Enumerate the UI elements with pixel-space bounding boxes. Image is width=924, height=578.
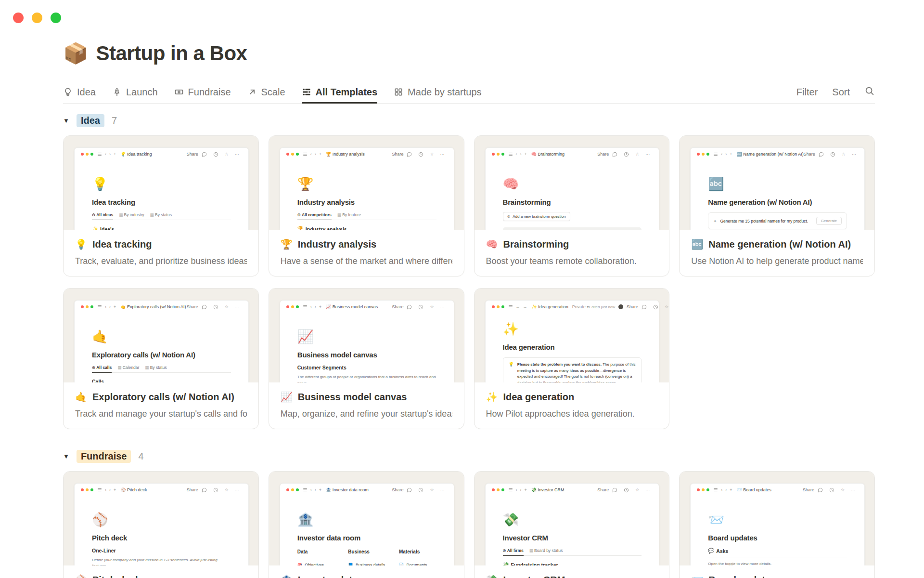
tab-made-by-startups[interactable]: Made by startups — [394, 81, 481, 103]
card-emoji-icon: ✨ — [486, 391, 498, 403]
template-preview-toolbar: ‹›+🏆 Industry analysisShare☆··· — [280, 148, 454, 160]
tab-scale[interactable]: Scale — [247, 81, 285, 103]
collapse-triangle-icon[interactable]: ▼ — [63, 453, 69, 460]
tab-idea[interactable]: Idea — [63, 81, 96, 103]
collapse-triangle-icon[interactable]: ▼ — [63, 117, 69, 124]
share-label: Share — [392, 304, 403, 309]
clock-icon — [213, 304, 218, 310]
card-grid: ‹›+⚾ Pitch deckShare☆···⚾Pitch deckOne-L… — [63, 471, 875, 578]
preview-page-icon: ⚾ — [92, 513, 231, 526]
card-emoji-icon: ⚾ — [75, 574, 87, 578]
search-icon[interactable] — [864, 86, 875, 99]
card-title: 🏦Investor data room — [281, 574, 452, 578]
card-title: 📨Board updates — [691, 574, 863, 578]
filter-button[interactable]: Filter — [796, 87, 818, 98]
template-preview-toolbar: ‹›+🔤 Name generation (w/ Notion AI)Share… — [691, 148, 864, 160]
nav-arrow-icon: ‹ — [105, 487, 106, 492]
card-footer: 🧠BrainstormingBoost your teams remote co… — [475, 230, 669, 266]
template-card-brainstorming[interactable]: ‹›+🧠 BrainstormingShare☆···🧠Brainstormin… — [474, 135, 670, 276]
menu-icon — [713, 152, 718, 157]
tab-fundraise[interactable]: Fundraise — [174, 81, 231, 103]
section-count: 7 — [112, 115, 117, 126]
menu-icon — [97, 304, 102, 309]
heading-icon: 💸 — [503, 562, 509, 565]
more-icon: ··· — [235, 304, 239, 309]
template-card-board-updates[interactable]: ‹›+📨 Board updatesShare☆···📨Board update… — [679, 471, 875, 578]
template-card-investor-crm[interactable]: ‹›+💸 Investor CRMShare☆···💸Investor CRMA… — [474, 471, 670, 578]
menu-icon — [97, 487, 102, 492]
preview-columns: Data🎯Objectives📉MetricsBusiness📘Business… — [297, 549, 436, 565]
card-title: 🔤Name generation (w/ Notion AI) — [691, 238, 863, 250]
template-preview-window: ‹›+🧠 BrainstormingShare☆···🧠Brainstormin… — [485, 147, 660, 230]
window-dots-icon — [286, 488, 299, 491]
card-footer: 🤙Exploratory calls (w/ Notion AI)Track a… — [64, 382, 258, 419]
nav-arrow-icon: + — [730, 152, 732, 157]
preview-breadcrumb: ⚾ Pitch deck — [120, 487, 147, 492]
preview-page-title: Exploratory calls (w/ Notion AI) — [92, 351, 231, 359]
minimize-window-button[interactable] — [32, 13, 42, 23]
template-sections: ▼Idea7‹›+💡 Idea trackingShare☆···💡Idea t… — [63, 113, 875, 578]
card-title-text: Business model canvas — [298, 392, 407, 403]
template-card-pitch-deck[interactable]: ‹›+⚾ Pitch deckShare☆···⚾Pitch deckOne-L… — [63, 471, 259, 578]
template-preview-toolbar: ‹›+📨 Board updatesShare☆··· — [691, 484, 864, 496]
preview-page-icon: 💸 — [503, 513, 642, 526]
template-card-industry-analysis[interactable]: ‹›+🏆 Industry analysisShare☆···🏆Industry… — [269, 135, 464, 276]
template-preview-window: ‹›+📨 Board updatesShare☆···📨Board update… — [690, 483, 865, 565]
clock-icon — [418, 152, 424, 157]
nav-arrow-icon: › — [109, 152, 111, 157]
template-card-name-generation-w-notion-ai[interactable]: ‹›+🔤 Name generation (w/ Notion AI)Share… — [679, 135, 875, 276]
star-icon: ☆ — [635, 152, 639, 157]
template-card-idea-generation[interactable]: ←→✨ Idea generationPrivate ▾Edited just … — [474, 288, 670, 429]
card-emoji-icon: 🧠 — [486, 238, 498, 250]
card-preview: ‹›+🧠 BrainstormingShare☆···🧠Brainstormin… — [475, 136, 669, 230]
card-description: Track and manage your startup's calls an… — [75, 409, 247, 419]
sort-button[interactable]: Sort — [832, 87, 850, 98]
tab-all-templates[interactable]: All Templates — [302, 81, 378, 103]
preview-view-tab: By status — [145, 365, 167, 372]
comment-icon — [612, 152, 617, 157]
nav-arrow-icon: › — [520, 152, 522, 157]
preview-view-tab: Board by status — [529, 548, 563, 555]
card-footer: 🔤Name generation (w/ Notion AI)Use Notio… — [680, 230, 874, 266]
template-card-exploratory-calls-w-notion-ai[interactable]: ‹›+🤙 Exploratory calls (w/ Notion AI)Sha… — [63, 288, 259, 429]
card-grid: ‹›+💡 Idea trackingShare☆···💡Idea trackin… — [63, 135, 875, 429]
preview-page-icon: 🧠 — [503, 178, 642, 191]
close-window-button[interactable] — [13, 13, 24, 23]
section-label: Idea — [77, 114, 104, 127]
clock-icon — [624, 487, 629, 493]
template-gallery-page: 📦 Startup in a Box IdeaLaunchFundraiseSc… — [0, 0, 924, 578]
preview-breadcrumb: 📈 Business model canvas — [326, 304, 378, 309]
preview-view-tab: All ideas — [92, 212, 113, 220]
template-card-business-model-canvas[interactable]: ‹›+📈 Business model canvasShare☆···📈Busi… — [269, 288, 464, 429]
column-title: Materials — [399, 549, 436, 558]
tab-label: Fundraise — [188, 87, 231, 98]
clock-icon — [213, 487, 218, 493]
star-icon: ☆ — [842, 152, 846, 157]
template-preview-window: ‹›+🏆 Industry analysisShare☆···🏆Industry… — [280, 147, 454, 230]
template-preview-window: ‹›+⚾ Pitch deckShare☆···⚾Pitch deckOne-L… — [74, 483, 249, 565]
nav-arrow-icon: ‹ — [721, 487, 722, 492]
template-card-idea-tracking[interactable]: ‹›+💡 Idea trackingShare☆···💡Idea trackin… — [63, 135, 259, 276]
tab-launch[interactable]: Launch — [112, 81, 158, 103]
preview-body: 🏦Investor data roomData🎯Objectives📉Metri… — [280, 513, 454, 565]
menu-icon — [508, 152, 513, 157]
section-header-idea[interactable]: ▼Idea7 — [63, 113, 875, 128]
preview-view-tab: All calls — [92, 365, 112, 372]
nav-arrow-icon: → — [523, 304, 527, 309]
preview-body: 🔤Name generation (w/ Notion AI)✦Generate… — [691, 178, 864, 230]
ai-prompt-box: ✦Generate me 15 potential names for my p… — [708, 212, 847, 229]
template-preview-toolbar: ‹›+🧠 BrainstormingShare☆··· — [486, 148, 659, 160]
section-header-fundraise[interactable]: ▼Fundraise4 — [63, 449, 875, 463]
preview-section-heading: 🏆Industry analysis — [297, 226, 436, 230]
preview-breadcrumb: 🔤 Name generation (w/ Notion AI) — [737, 152, 804, 157]
nav-arrow-icon: › — [725, 487, 727, 492]
clock-icon — [213, 152, 218, 157]
preview-page-icon: 💡 — [92, 178, 231, 191]
edited-label: Edited just now — [589, 305, 615, 309]
zoom-window-button[interactable] — [51, 13, 61, 23]
preview-breadcrumb: 🏦 Investor data room — [326, 487, 369, 492]
card-title-text: Investor data room — [298, 575, 385, 578]
preview-page-title: Pitch deck — [92, 534, 231, 542]
comment-icon — [407, 487, 412, 493]
template-card-investor-data-room[interactable]: ‹›+🏦 Investor data roomShare☆···🏦Investo… — [269, 471, 464, 578]
